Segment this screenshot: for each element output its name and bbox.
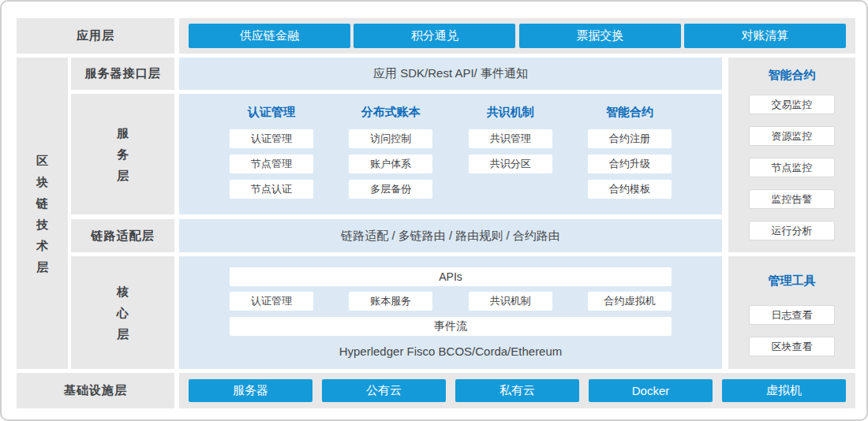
sidebar-tools-header: 管理工具 xyxy=(728,274,855,288)
blockchain-architecture-diagram: 应用层 供应链金融 积分通兑 票据交换 对账清算 区块链技术层 服务器接口层 服… xyxy=(0,0,868,421)
service-column-header: 共识机制 xyxy=(469,105,552,119)
service-node: 访问控制 xyxy=(349,129,432,148)
infra-node-server: 服务器 xyxy=(189,379,312,402)
service-node: 合约升级 xyxy=(588,155,672,173)
service-node: 账户体系 xyxy=(349,155,432,173)
infra-node-public-cloud: 公有云 xyxy=(322,379,446,402)
service-column-consensus: 共识机制 共识管理 共识分区 xyxy=(469,105,552,214)
sidebar-monitor-header: 智能合约 xyxy=(728,68,855,82)
infra-node-docker: Docker xyxy=(589,379,713,402)
sdk-api-bar: 应用 SDK/Rest API/ 事件通知 xyxy=(179,58,722,90)
platforms-text: Hyperledger Fisco BCOS/Corda/Ethereum xyxy=(230,345,672,358)
core-layer-panel: APIs 认证管理 账本服务 共识机制 合约虚拟机 事件流 Hyperledge… xyxy=(179,256,722,369)
service-node: 共识分区 xyxy=(469,155,552,173)
app-layer-strip: 供应链金融 积分通兑 票据交换 对账清算 xyxy=(179,18,855,54)
service-node: 合约注册 xyxy=(588,129,672,148)
adapter-layer-label: 链路适配层 xyxy=(71,219,174,252)
sidebar-monitor-panel: 智能合约 交易监控 资源监控 节点监控 监控告警 运行分析 xyxy=(728,58,855,252)
app-node-reconciliation: 对账清算 xyxy=(684,24,846,48)
service-column-ledger: 分布式账本 访问控制 账户体系 多层备份 xyxy=(349,105,432,214)
core-layer-label: 核心层 xyxy=(71,256,174,369)
core-node-row: 认证管理 账本服务 共识机制 合约虚拟机 xyxy=(230,292,672,311)
app-layer-label: 应用层 xyxy=(17,18,174,54)
interface-layer-label: 服务器接口层 xyxy=(71,58,174,90)
sidebar-node: 资源监控 xyxy=(749,126,835,146)
service-column-header: 分布式账本 xyxy=(349,105,432,119)
apis-bar: APIs xyxy=(230,267,672,286)
infra-layer-label: 基础设施层 xyxy=(17,373,174,408)
event-stream-bar: 事件流 xyxy=(230,317,672,336)
core-node: 合约虚拟机 xyxy=(588,292,672,311)
core-layer-label-text: 核心层 xyxy=(115,281,130,345)
sidebar-tools-panel: 管理工具 日志查看 区块查看 xyxy=(728,256,855,369)
infra-node-vm: 虚拟机 xyxy=(722,379,846,402)
service-column-header: 智能合约 xyxy=(588,105,672,119)
service-column-auth: 认证管理 认证管理 节点管理 节点认证 xyxy=(230,105,313,214)
service-column-header: 认证管理 xyxy=(230,105,313,119)
tech-layer-label: 区块链技术层 xyxy=(17,58,68,369)
app-node-supply-chain-finance: 供应链金融 xyxy=(189,24,350,48)
service-layer-panel: 认证管理 认证管理 节点管理 节点认证 分布式账本 访问控制 账户体系 多层备份… xyxy=(179,94,722,214)
sidebar-node: 运行分析 xyxy=(749,221,835,240)
sidebar-node: 日志查看 xyxy=(749,305,835,325)
core-node: 共识机制 xyxy=(469,292,552,311)
core-node: 认证管理 xyxy=(230,292,313,311)
core-node: 账本服务 xyxy=(349,292,432,311)
app-node-points-exchange: 积分通兑 xyxy=(354,24,515,48)
service-node: 认证管理 xyxy=(230,129,313,148)
tech-layer-label-text: 区块链技术层 xyxy=(35,150,50,278)
app-node-bill-exchange: 票据交换 xyxy=(519,24,681,48)
sidebar-node: 监控告警 xyxy=(749,189,835,209)
service-layer-label-text: 服务层 xyxy=(115,122,130,186)
service-layer-label: 服务层 xyxy=(71,94,174,214)
service-node: 节点认证 xyxy=(230,180,313,199)
sidebar-node: 节点监控 xyxy=(749,158,835,177)
service-node: 多层备份 xyxy=(349,180,432,199)
infra-node-private-cloud: 私有云 xyxy=(455,379,579,402)
service-node: 合约模板 xyxy=(588,180,672,199)
link-adapter-bar: 链路适配 / 多链路由 / 路由规则 / 合约路由 xyxy=(179,219,722,252)
infra-layer-strip: 服务器 公有云 私有云 Docker 虚拟机 xyxy=(179,373,855,408)
service-node: 共识管理 xyxy=(469,129,552,148)
sidebar-node: 区块查看 xyxy=(749,337,835,356)
sidebar-node: 交易监控 xyxy=(749,95,835,114)
service-column-smart-contract: 智能合约 合约注册 合约升级 合约模板 xyxy=(588,105,672,214)
service-node: 节点管理 xyxy=(230,155,313,173)
